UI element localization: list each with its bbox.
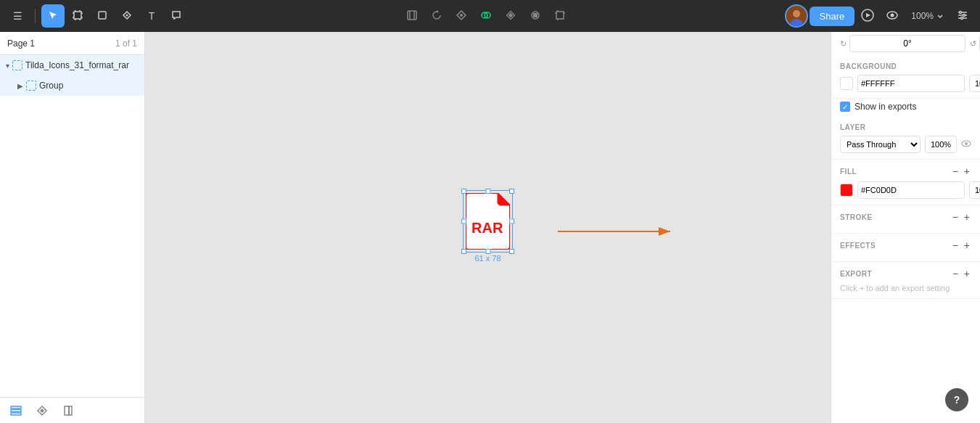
background-section-label: BACKGROUND (840, 62, 897, 70)
center-tools-group (400, 4, 572, 28)
pen-tool-button[interactable] (115, 4, 139, 28)
fill-color-row (840, 181, 971, 199)
background-color-swatch[interactable] (840, 77, 853, 90)
fill-opacity-input[interactable] (969, 181, 980, 199)
layer-section: LAYER Pass Through Normal Darken Multipl… (831, 118, 980, 160)
canvas-area[interactable]: RAR 61 x 78 (145, 32, 831, 423)
show-exports-checkbox[interactable] (840, 102, 850, 112)
svg-rect-0 (74, 12, 81, 19)
fill-remove-button[interactable]: − (951, 165, 960, 177)
background-opacity-input[interactable] (969, 75, 980, 92)
frame-icon (73, 10, 83, 22)
svg-rect-34 (11, 413, 21, 415)
show-exports-row: Show in exports (831, 99, 980, 118)
book-toggle-button[interactable] (58, 401, 78, 421)
export-add-button[interactable]: + (963, 268, 971, 279)
export-section: EXPORT − + Click + to add an export sett… (831, 262, 980, 299)
frame-tool-button[interactable] (66, 4, 89, 28)
element-size-label: 61 x 78 (474, 254, 501, 263)
layers-toggle-button[interactable] (6, 401, 26, 421)
effects-remove-button[interactable]: − (951, 239, 960, 251)
fill-hex-input[interactable] (857, 181, 965, 199)
export-remove-button[interactable]: − (951, 268, 960, 279)
zoom-control[interactable]: 100% (911, 11, 944, 21)
layer-item-tilda[interactable]: ▾ Tilda_Icons_31_format_rar (0, 55, 144, 75)
help-button[interactable]: ? (945, 388, 968, 411)
stroke-section-actions: − + (951, 211, 971, 223)
components-toggle-button[interactable] (32, 401, 52, 421)
fill-section: FILL − + (831, 160, 980, 205)
background-hex-input[interactable] (857, 75, 965, 92)
export-section-label: EXPORT (840, 270, 872, 278)
handle-bl (461, 249, 466, 254)
export-note: Click + to add an export setting (840, 284, 971, 292)
boolean-icon (480, 9, 492, 23)
top-toolbar: ☰ (0, 0, 980, 32)
rotation-field-1: ↻ (840, 35, 965, 52)
preview-icon (886, 9, 898, 23)
stroke-add-button[interactable]: + (963, 211, 971, 223)
show-exports-label: Show in exports (855, 102, 916, 112)
rotate-right-icon: ↺ (970, 39, 976, 49)
fill-add-button[interactable]: + (963, 165, 971, 177)
frame-clip-button[interactable] (400, 4, 424, 28)
right-tools-group: Share 100% (785, 4, 974, 28)
comment-icon (171, 10, 181, 22)
svg-point-42 (965, 142, 968, 145)
shape-icon (97, 10, 107, 22)
fill-color-swatch[interactable] (840, 184, 853, 197)
effects-add-button[interactable]: + (963, 239, 971, 251)
stroke-remove-button[interactable]: − (951, 211, 960, 223)
rar-element[interactable]: RAR (466, 193, 510, 250)
rotate-button[interactable] (425, 4, 448, 28)
fill-section-header: FILL − + (840, 165, 971, 177)
layer-label-group: Group (39, 81, 139, 91)
handle-br (509, 249, 514, 254)
mask-button[interactable] (524, 4, 547, 28)
text-tool-button[interactable]: T (140, 4, 163, 28)
svg-rect-19 (556, 12, 564, 19)
svg-text:RAR: RAR (472, 220, 503, 236)
settings-button[interactable] (951, 4, 974, 28)
select-tool-button[interactable] (41, 4, 65, 28)
rotation-row: ↻ ↺ (831, 32, 980, 57)
svg-point-30 (963, 14, 965, 16)
share-button[interactable]: Share (810, 7, 855, 26)
layer-type-icon-group (26, 81, 36, 91)
boolean-button[interactable] (474, 4, 498, 28)
page-header: Page 1 1 of 1 (0, 32, 144, 55)
effects-section-actions: − + (951, 239, 971, 251)
play-button[interactable] (856, 4, 879, 28)
layer-section-label: LAYER (840, 123, 865, 131)
shape-tool-button[interactable] (91, 4, 114, 28)
component-button[interactable] (499, 4, 522, 28)
preview-button[interactable] (881, 4, 904, 28)
svg-point-25 (891, 13, 894, 17)
zoom-level: 100% (911, 11, 934, 21)
menu-button[interactable]: ☰ (6, 4, 29, 28)
rotation-input-1[interactable] (849, 35, 965, 52)
layer-controls-row: Pass Through Normal Darken Multiply Over… (840, 136, 971, 153)
background-color-row (840, 75, 971, 92)
export-section-header: EXPORT − + (840, 268, 971, 279)
svg-point-14 (460, 14, 463, 17)
svg-point-31 (961, 17, 963, 19)
handle-tr (509, 189, 514, 194)
play-icon (860, 8, 875, 25)
layer-item-group[interactable]: ▶ Group (0, 75, 144, 96)
arrow-overlay (551, 221, 681, 242)
stroke-section-header: STROKE − + (840, 211, 971, 223)
pen2-button[interactable] (450, 4, 473, 28)
blend-mode-select[interactable]: Pass Through Normal Darken Multiply Over… (840, 136, 921, 153)
right-panel: ↻ ↺ BACKGROUND (831, 32, 980, 423)
layer-opacity-input[interactable] (925, 136, 957, 153)
avatar (785, 4, 808, 28)
page-number: 1 of 1 (115, 38, 137, 49)
layer-visibility-button[interactable] (961, 139, 971, 149)
comment-tool-button[interactable] (165, 4, 188, 28)
effects-section-header: EFFECTS − + (840, 239, 971, 251)
crop-button[interactable] (548, 4, 572, 28)
layer-type-icon-tilda (12, 60, 22, 70)
tools-group: T (41, 4, 188, 28)
mask-icon (530, 9, 541, 23)
